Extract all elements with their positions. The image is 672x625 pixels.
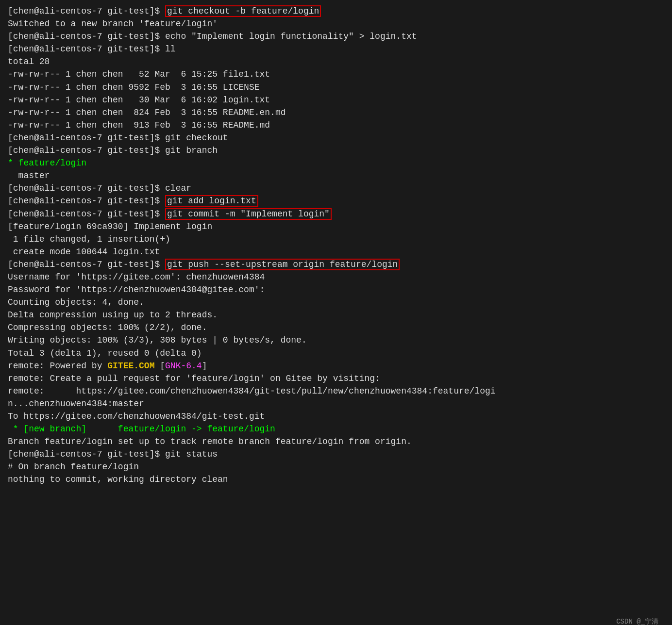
terminal-line: To https://gitee.com/chenzhuowen4384/git… [8,410,664,423]
terminal-line: Switched to a new branch 'feature/login' [8,17,664,30]
terminal-line: -rw-rw-r-- 1 chen chen 52 Mar 6 15:25 fi… [8,68,664,81]
terminal-line: [feature/login 69ca930] Implement login [8,220,664,233]
terminal-line: [chen@ali-centos-7 git-test]$ git push -… [8,258,664,271]
highlighted-command: git commit -m "Implement login" [165,208,332,220]
prompt: [chen@ali-centos-7 git-test]$ [8,209,165,219]
highlighted-command: git push --set-upstream origin feature/l… [165,259,400,270]
terminal-output: [chen@ali-centos-7 git-test]$ git checko… [8,5,664,486]
terminal-line: Compressing objects: 100% (2/2), done. [8,321,664,334]
terminal-line: create mode 100644 login.txt [8,246,664,258]
prompt: [chen@ali-centos-7 git-test]$ [8,260,165,269]
terminal-line: Total 3 (delta 1), reused 0 (delta 0) [8,347,664,360]
terminal-line: nothing to commit, working directory cle… [8,473,664,486]
terminal-line: -rw-rw-r-- 1 chen chen 9592 Feb 3 16:55 … [8,81,664,94]
prompt: [chen@ali-centos-7 git-test]$ [8,6,165,16]
terminal-line: remote: https://gitee.com/chenzhuowen438… [8,385,664,397]
terminal-line: n...chenzhuowen4384:master [8,397,664,410]
terminal-line: 1 file changed, 1 insertion(+) [8,233,664,246]
terminal-line: [chen@ali-centos-7 git-test]$ clear [8,182,664,195]
terminal-line: [chen@ali-centos-7 git-test]$ echo "Impl… [8,30,664,43]
watermark: CSDN @_宁清 [616,617,658,625]
active-branch: * feature/login [8,158,86,168]
prompt: [chen@ali-centos-7 git-test]$ [8,196,165,206]
terminal-line: [chen@ali-centos-7 git-test]$ git status [8,448,664,461]
terminal-line: Username for 'https://gitee.com': chenzh… [8,271,664,283]
terminal-line: remote: Powered by GITEE.COM [GNK-6.4] [8,360,664,372]
terminal-line: # On branch feature/login [8,461,664,473]
terminal-line: Counting objects: 4, done. [8,296,664,309]
remote-text: remote: Powered by [8,361,107,371]
terminal-line: -rw-rw-r-- 1 chen chen 30 Mar 6 16:02 lo… [8,94,664,106]
terminal-line: -rw-rw-r-- 1 chen chen 824 Feb 3 16:55 R… [8,106,664,119]
terminal-line: master [8,169,664,182]
terminal-line: Branch feature/login set up to track rem… [8,435,664,448]
terminal-line: -rw-rw-r-- 1 chen chen 913 Feb 3 16:55 R… [8,119,664,132]
terminal-line: total 28 [8,55,664,68]
terminal-line: [chen@ali-centos-7 git-test]$ git add lo… [8,195,664,207]
terminal-line: Delta compression using up to 2 threads. [8,309,664,321]
gnk-version: GNK-6.4 [165,361,202,371]
terminal-line: [chen@ali-centos-7 git-test]$ git checko… [8,132,664,144]
terminal-line: * feature/login [8,157,664,169]
terminal-line: Password for 'https://chenzhuowen4384@gi… [8,283,664,296]
highlighted-command: git checkout -b feature/login [165,5,321,17]
remote-bracket-open: [ [154,361,165,371]
terminal-line: [chen@ali-centos-7 git-test]$ git branch [8,144,664,157]
terminal-line: * [new branch] feature/login -> feature/… [8,423,664,435]
gitee-brand: GITEE.COM [107,361,154,371]
new-branch-line: * [new branch] feature/login -> feature/… [8,424,275,434]
remote-bracket-close: ] [202,361,207,371]
terminal-line: [chen@ali-centos-7 git-test]$ ll [8,43,664,55]
terminal-line: remote: Create a pull request for 'featu… [8,372,664,385]
terminal-line: Writing objects: 100% (3/3), 308 bytes |… [8,334,664,346]
terminal-line: [chen@ali-centos-7 git-test]$ git commit… [8,208,664,220]
highlighted-command: git add login.txt [165,195,258,207]
terminal-window: [chen@ali-centos-7 git-test]$ git checko… [8,5,664,625]
terminal-line: [chen@ali-centos-7 git-test]$ git checko… [8,5,664,17]
